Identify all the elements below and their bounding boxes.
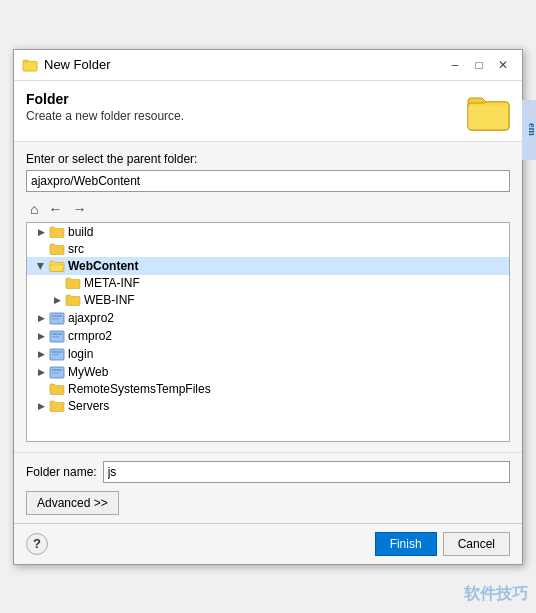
title-text: New Folder [44, 57, 110, 72]
advanced-button[interactable]: Advanced >> [26, 491, 119, 515]
tree-item[interactable]: ▶ ajaxpro2 [27, 309, 509, 327]
folder-icon [65, 293, 81, 307]
tree-toolbar: ⌂ ← → [26, 198, 510, 220]
expand-icon[interactable]: ▶ [33, 310, 49, 326]
folder-open-icon [49, 259, 65, 273]
content-section: Enter or select the parent folder: ajaxp… [14, 142, 522, 452]
tree-item[interactable]: ▶ crmpro2 [27, 327, 509, 345]
title-bar-left: New Folder [22, 57, 110, 72]
home-button[interactable]: ⌂ [26, 200, 42, 218]
expand-icon[interactable]: ▶ [49, 292, 65, 308]
tree-item[interactable]: ▶ build [27, 223, 509, 241]
svg-rect-2 [52, 318, 59, 320]
folder-icon [49, 382, 65, 396]
svg-rect-8 [52, 354, 59, 356]
folder-icon [49, 399, 65, 413]
folder-name-input[interactable] [103, 461, 510, 483]
tree-item-label: login [68, 347, 93, 361]
header-text: Folder Create a new folder resource. [26, 91, 184, 123]
collapse-icon[interactable]: ▶ [33, 258, 49, 274]
parent-folder-input[interactable]: ajaxpro/WebContent [26, 170, 510, 192]
title-folder-icon [22, 58, 38, 72]
tree-item-label: Servers [68, 399, 109, 413]
svg-rect-4 [52, 333, 62, 335]
tree-item-label: src [68, 242, 84, 256]
help-button[interactable]: ? [26, 533, 48, 555]
title-bar-controls: – □ ✕ [444, 56, 514, 74]
folder-icon [49, 225, 65, 239]
tree-item-label: WEB-INF [84, 293, 135, 307]
svg-rect-10 [52, 369, 62, 371]
minimize-button[interactable]: – [444, 56, 466, 74]
bottom-section: Folder name: Advanced >> [14, 452, 522, 523]
dialog-window: New Folder – □ ✕ Folder Create a new fol… [13, 49, 523, 565]
project-icon [49, 365, 65, 379]
back-button[interactable]: ← [44, 200, 66, 218]
svg-rect-11 [52, 372, 59, 374]
footer-left: ? [26, 533, 48, 555]
project-icon [49, 311, 65, 325]
tree-item-label: build [68, 225, 93, 239]
svg-rect-5 [52, 336, 59, 338]
tree-item[interactable]: META-INF [27, 275, 509, 291]
tree-item[interactable]: RemoteSystemsTempFiles [27, 381, 509, 397]
close-button[interactable]: ✕ [492, 56, 514, 74]
expand-icon[interactable]: ▶ [33, 224, 49, 240]
forward-button[interactable]: → [68, 200, 90, 218]
header-section: Folder Create a new folder resource. [14, 81, 522, 142]
expand-icon[interactable]: ▶ [33, 364, 49, 380]
project-icon [49, 347, 65, 361]
tree-item[interactable]: ▶ Servers [27, 397, 509, 415]
tree-item[interactable]: ▶ MyWeb [27, 363, 509, 381]
folder-name-row: Folder name: [26, 461, 510, 483]
tree-item-webcontent[interactable]: ▶ WebContent [27, 257, 509, 275]
cancel-button[interactable]: Cancel [443, 532, 510, 556]
tree-item-label: ajaxpro2 [68, 311, 114, 325]
tree-item[interactable]: src [27, 241, 509, 257]
tree-item[interactable]: ▶ WEB-INF [27, 291, 509, 309]
tree-item-label: WebContent [68, 259, 138, 273]
expand-icon[interactable]: ▶ [33, 346, 49, 362]
tree-item-label: MyWeb [68, 365, 108, 379]
svg-rect-1 [52, 315, 62, 317]
parent-folder-label: Enter or select the parent folder: [26, 152, 510, 166]
expand-icon[interactable]: ▶ [33, 328, 49, 344]
tree-item[interactable]: ▶ login [27, 345, 509, 363]
expand-icon[interactable]: ▶ [33, 398, 49, 414]
folder-name-label: Folder name: [26, 465, 97, 479]
tree-item-label: META-INF [84, 276, 140, 290]
dialog-subtitle: Create a new folder resource. [26, 109, 184, 123]
tree-item-label: RemoteSystemsTempFiles [68, 382, 211, 396]
svg-rect-7 [52, 351, 62, 353]
watermark: 软件技巧 [464, 584, 528, 605]
folder-icon [49, 242, 65, 256]
dialog-title: Folder [26, 91, 184, 107]
title-bar: New Folder – □ ✕ [14, 50, 522, 81]
tree-item-label: crmpro2 [68, 329, 112, 343]
folder-icon [65, 276, 81, 290]
footer-right: Finish Cancel [375, 532, 510, 556]
header-folder-icon [466, 93, 510, 131]
project-icon [49, 329, 65, 343]
dialog-footer: ? Finish Cancel [14, 523, 522, 564]
tree-container[interactable]: ▶ build src [26, 222, 510, 442]
maximize-button[interactable]: □ [468, 56, 490, 74]
finish-button[interactable]: Finish [375, 532, 437, 556]
